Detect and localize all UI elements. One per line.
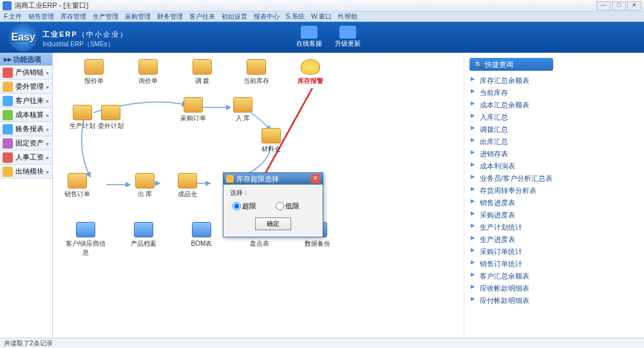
close-button[interactable]: ✕ — [627, 1, 641, 10]
dialog-icon — [226, 175, 234, 183]
sidebar-item[interactable]: 固定资产 — [0, 136, 52, 151]
desktop-icon[interactable]: 当前库存 — [240, 59, 273, 86]
folder-icon — [301, 59, 320, 75]
window-title: 润商工业ERP - [主窗口] — [14, 1, 596, 10]
folder-icon — [76, 222, 95, 237]
sidebar-item-icon — [3, 138, 13, 149]
banner: Easy 工业ERP（中小企业） Industrial ERP（SMEs） 在线… — [0, 22, 644, 53]
report-link[interactable]: 库存汇总余额表 — [469, 75, 639, 87]
sidebar-item[interactable]: 人事工资 — [0, 151, 52, 165]
node-inbound[interactable]: 入 库 — [233, 97, 252, 123]
app-icon — [3, 1, 12, 10]
sidebar-item[interactable]: 委外管理 — [0, 80, 52, 94]
sidebar-item[interactable]: 成本核算 — [0, 108, 52, 122]
report-link[interactable]: 调拨汇总 — [469, 124, 639, 136]
menu-item[interactable]: S.系统 — [286, 12, 305, 21]
report-link[interactable]: 当前库存 — [469, 87, 639, 99]
stock-limit-dialog: 库存超限选择 ✕ 选择： 超限 低限 确定 — [223, 172, 323, 237]
desktop-icon[interactable]: 库存报警 — [294, 59, 327, 86]
node-material-store[interactable]: 材料仓 — [261, 128, 281, 154]
report-link[interactable]: 业务员/客户分析汇总表 — [469, 172, 639, 185]
banner-title: 工业ERP — [43, 30, 78, 38]
banner-suffix: （中小企业） — [78, 30, 128, 38]
sidebar-item-icon — [3, 152, 13, 163]
menu-item[interactable]: F.文件 — [4, 12, 22, 21]
banner-button[interactable]: 升级更新 — [335, 26, 361, 48]
workflow-canvas: 报价单询价单调 拨当前库存库存报警 生 — [53, 53, 464, 348]
dialog-close-button[interactable]: ✕ — [311, 174, 320, 183]
radio-under[interactable]: 低限 — [276, 201, 299, 211]
report-link[interactable]: 应收帐款明细表 — [469, 282, 639, 295]
sidebar-item-icon — [3, 110, 13, 120]
desktop-icon[interactable]: 询价单 — [131, 59, 165, 86]
menubar: F.文件销售管理库存管理生产管理采购管理财务管理客户往来初始设置报表中心S.系统… — [0, 12, 644, 22]
menu-item[interactable]: 客户往来 — [189, 12, 215, 21]
maximize-button[interactable]: □ — [612, 1, 626, 10]
report-link[interactable]: 生产计划统计 — [469, 221, 639, 234]
sidebar-item[interactable]: 出纳模块 — [0, 165, 52, 179]
logo-icon: Easy — [9, 23, 37, 51]
report-link[interactable]: 存货周转率分析表 — [469, 185, 639, 197]
sidebar-item[interactable]: 产供销链 — [0, 66, 52, 80]
sidebar-item-icon — [3, 68, 13, 78]
report-link[interactable]: 进销存表 — [469, 148, 639, 160]
right-panel: 快捷查询 库存汇总余额表当前库存成本汇总余额表入库汇总调拨汇总出库汇总进销存表成… — [464, 53, 644, 348]
node-product-store[interactable]: 成品仓 — [178, 173, 197, 199]
menu-item[interactable]: 报表中心 — [254, 12, 279, 21]
menu-item[interactable]: 库存管理 — [61, 12, 86, 21]
banner-button[interactable]: 在线客服 — [296, 26, 322, 48]
menu-item[interactable]: 生产管理 — [93, 12, 118, 21]
quick-search-header[interactable]: 快捷查询 — [469, 58, 553, 71]
sidebar-header: 功能选项 — [0, 53, 52, 66]
sidebar-item-icon — [3, 96, 13, 106]
node-outbound[interactable]: 出 库 — [135, 173, 155, 199]
desktop-icon[interactable]: 报价单 — [77, 59, 111, 86]
folder-icon — [134, 222, 153, 237]
node-prod-plan[interactable]: 生产计划 — [70, 105, 95, 131]
dialog-select-label: 选择： — [230, 188, 316, 197]
report-link[interactable]: 入库汇总 — [469, 111, 639, 124]
desktop-icon[interactable]: BOM表 — [179, 222, 224, 257]
sidebar-item-icon — [3, 167, 13, 177]
report-link[interactable]: 成本汇总余额表 — [469, 99, 639, 111]
menu-item[interactable]: 采购管理 — [125, 12, 151, 21]
menu-item[interactable]: W.窗口 — [311, 12, 332, 21]
menu-item[interactable]: 销售管理 — [28, 12, 54, 21]
folder-icon — [192, 222, 211, 237]
radio-over[interactable]: 超限 — [232, 201, 256, 211]
sidebar-item[interactable]: 账务报表 — [0, 122, 52, 136]
sidebar-item-icon — [3, 82, 13, 92]
menu-item[interactable]: 财务管理 — [157, 12, 183, 21]
dialog-ok-button[interactable]: 确定 — [255, 217, 291, 230]
banner-button-icon — [339, 26, 356, 39]
report-link[interactable]: 采购进度表 — [469, 209, 639, 221]
sidebar-item-icon — [3, 124, 13, 134]
report-link[interactable]: 销售进度表 — [469, 197, 639, 209]
desktop-icon[interactable]: 调 拨 — [185, 59, 219, 86]
folder-icon — [138, 59, 158, 75]
report-link[interactable]: 出库汇总 — [469, 136, 639, 148]
report-link[interactable]: 客户汇总余额表 — [469, 270, 639, 282]
folder-icon — [193, 59, 212, 75]
desktop-icon[interactable]: 产品档案 — [121, 222, 166, 257]
banner-subtitle: Industrial ERP（SMEs） — [43, 40, 128, 49]
report-link[interactable]: 成本利润表 — [469, 160, 639, 172]
folder-icon — [84, 59, 104, 75]
report-link[interactable]: 销售订单统计 — [469, 258, 639, 270]
report-link[interactable]: 采购订单统计 — [469, 246, 639, 258]
menu-item[interactable]: 初始设置 — [222, 12, 247, 21]
report-link[interactable]: 应付帐款明细表 — [469, 295, 639, 307]
node-sales-order[interactable]: 销售订单 — [64, 173, 90, 199]
desktop-icon[interactable]: 客户/供应商信息 — [63, 222, 108, 257]
banner-button-icon — [301, 26, 317, 39]
status-bar: 共读取了2条记录 — [0, 338, 644, 348]
sidebar: 功能选项 产供销链委外管理客户往来成本核算账务报表固定资产人事工资出纳模块 — [0, 53, 53, 348]
node-outsource-plan[interactable]: 委外计划 — [98, 105, 124, 131]
menu-item[interactable]: H.帮助 — [338, 12, 357, 21]
node-purchase-order[interactable]: 采购订单 — [180, 97, 206, 123]
folder-icon — [247, 59, 266, 75]
sidebar-item[interactable]: 客户往来 — [0, 94, 52, 108]
dialog-title: 库存超限选择 — [236, 174, 279, 184]
minimize-button[interactable]: — — [596, 1, 611, 10]
report-link[interactable]: 生产进度表 — [469, 234, 639, 246]
